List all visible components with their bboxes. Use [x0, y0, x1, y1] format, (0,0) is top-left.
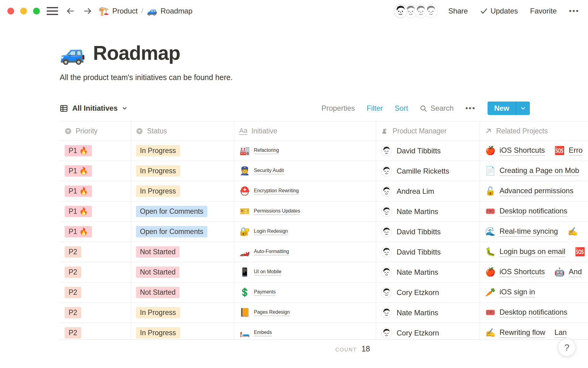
status-cell[interactable]: In Progress: [131, 141, 234, 161]
initiative-cell[interactable]: 🏎️Auto-Formatting: [234, 242, 376, 262]
table-row[interactable]: P1 🔥Open for Comments🎫Permissions Update…: [60, 201, 588, 222]
sidebar-menu-icon[interactable]: [47, 7, 58, 15]
priority-cell[interactable]: P1 🔥: [60, 141, 131, 161]
priority-tag[interactable]: P2: [65, 246, 81, 258]
properties-button[interactable]: Properties: [322, 104, 355, 113]
priority-tag[interactable]: P1 🔥: [65, 186, 92, 197]
page-title[interactable]: Roadmap: [93, 42, 180, 64]
related-page-link[interactable]: iOS Shortcuts: [499, 146, 545, 156]
product-manager-cell[interactable]: Nate Martins: [376, 303, 480, 323]
column-header-product-manager[interactable]: Product Manager: [376, 121, 480, 140]
initiative-page-link[interactable]: Permissions Updates: [254, 208, 300, 215]
column-header-related-projects[interactable]: Related Projects: [480, 121, 588, 140]
table-row[interactable]: P2In Progress📙Pages RedesignNate Martins…: [60, 303, 588, 323]
product-manager-cell[interactable]: Cory Etzkorn: [376, 323, 480, 339]
status-cell[interactable]: Open for Comments: [131, 201, 234, 221]
priority-tag[interactable]: P2: [65, 307, 81, 318]
product-manager-cell[interactable]: David Tibbitts: [376, 141, 480, 161]
status-cell[interactable]: In Progress: [131, 161, 234, 181]
share-button[interactable]: Share: [448, 7, 468, 15]
status-tag[interactable]: In Progress: [136, 145, 180, 156]
related-project-link[interactable]: 🥕iOS sign in: [485, 288, 535, 297]
table-row[interactable]: P1 🔥In Progress🏭RefactoringDavid Tibbitt…: [60, 141, 588, 161]
priority-cell[interactable]: P1 🔥: [60, 201, 131, 221]
status-cell[interactable]: In Progress: [131, 323, 234, 339]
breadcrumb-item-roadmap[interactable]: 🚙 Roadmap: [147, 6, 193, 16]
related-projects-cell[interactable]: 🍎iOS Shortcuts🆘Erro: [480, 141, 588, 161]
table-row[interactable]: P2Not Started🏎️Auto-FormattingDavid Tibb…: [60, 242, 588, 262]
status-cell[interactable]: Not Started: [131, 282, 234, 302]
favorite-button[interactable]: Favorite: [530, 7, 557, 15]
related-page-link[interactable]: Login bugs on email: [499, 247, 565, 257]
view-options-icon[interactable]: •••: [465, 104, 476, 113]
initiative-page-link[interactable]: Encryption Rewriting: [254, 188, 299, 195]
related-projects-cell[interactable]: 📄Creating a Page on Mob: [480, 161, 588, 181]
minimize-window-button[interactable]: [20, 8, 27, 14]
related-page-link[interactable]: Rewriting flow: [499, 328, 545, 338]
initiative-page-link[interactable]: Login Redesign: [254, 228, 288, 235]
page-emoji-icon[interactable]: 🚙: [60, 43, 86, 63]
status-tag[interactable]: In Progress: [136, 307, 180, 318]
related-project-link[interactable]: 🆘Erro: [554, 146, 582, 156]
back-arrow-icon[interactable]: [64, 5, 77, 17]
related-project-link[interactable]: 🤖And: [554, 267, 582, 277]
related-projects-cell[interactable]: 🍎iOS Shortcuts🤖And: [480, 262, 588, 282]
table-row[interactable]: P2Not Started📱UI on MobileNate Martins🍎i…: [60, 262, 588, 282]
related-project-link[interactable]: 🌊Real-time syncing: [485, 227, 558, 237]
related-page-link[interactable]: Lan: [554, 328, 567, 338]
column-header-initiative[interactable]: Aa Initiative: [234, 121, 376, 140]
related-page-link[interactable]: Desktop notifications: [499, 308, 567, 318]
related-projects-cell[interactable]: 🥕iOS sign in: [480, 282, 588, 302]
priority-tag[interactable]: P2: [65, 287, 81, 298]
zoom-window-button[interactable]: [33, 8, 40, 14]
related-projects-cell[interactable]: 🌊Real-time syncing✍️: [480, 222, 588, 242]
priority-tag[interactable]: P1 🔥: [65, 226, 92, 237]
status-tag[interactable]: Open for Comments: [136, 226, 207, 237]
product-manager-cell[interactable]: Nate Martins: [376, 262, 480, 282]
more-options-icon[interactable]: •••: [569, 7, 579, 15]
related-page-link[interactable]: Creating a Page on Mob: [499, 166, 579, 176]
priority-cell[interactable]: P2: [60, 282, 131, 302]
related-project-link[interactable]: 📄Creating a Page on Mob: [485, 166, 579, 176]
related-projects-cell[interactable]: 🐛Login bugs on email🆘: [480, 242, 588, 262]
related-projects-cell[interactable]: 🔓Advanced permissions: [480, 181, 588, 201]
table-row[interactable]: P1 🔥Open for Comments🔐Login RedesignDavi…: [60, 222, 588, 242]
initiative-cell[interactable]: 🏭Refactoring: [234, 141, 376, 161]
row-count[interactable]: COUNT 18: [335, 344, 370, 353]
search-button[interactable]: Search: [420, 104, 454, 113]
related-project-link[interactable]: ✍️: [567, 228, 582, 236]
priority-tag[interactable]: P1 🔥: [65, 206, 92, 217]
close-window-button[interactable]: [7, 8, 14, 14]
status-cell[interactable]: In Progress: [131, 181, 234, 201]
new-button-label[interactable]: New: [488, 102, 516, 115]
column-header-priority[interactable]: Priority: [60, 121, 131, 140]
status-tag[interactable]: Not Started: [136, 287, 179, 298]
breadcrumb-item-product[interactable]: 🏗️ Product: [99, 6, 138, 16]
related-project-link[interactable]: ✍️Rewriting flow: [485, 328, 545, 338]
column-header-status[interactable]: Status: [131, 121, 234, 140]
status-tag[interactable]: In Progress: [136, 327, 180, 339]
initiative-cell[interactable]: 📱UI on Mobile: [234, 262, 376, 282]
page-description[interactable]: All the product team's initiatives can b…: [60, 73, 588, 82]
product-manager-cell[interactable]: Nate Martins: [376, 201, 480, 221]
related-project-link[interactable]: 🍎iOS Shortcuts: [485, 267, 545, 277]
product-manager-cell[interactable]: Cory Etzkorn: [376, 282, 480, 302]
initiative-page-link[interactable]: Refactoring: [254, 148, 279, 154]
new-button[interactable]: New: [488, 102, 530, 115]
initiative-page-link[interactable]: Embeds: [254, 330, 272, 336]
related-project-link[interactable]: 🔓Advanced permissions: [485, 186, 573, 196]
related-project-link[interactable]: 🆘: [575, 248, 588, 256]
status-cell[interactable]: Not Started: [131, 262, 234, 282]
initiative-cell[interactable]: 👮Security Audit: [234, 161, 376, 181]
status-cell[interactable]: Not Started: [131, 242, 234, 262]
avatar-member-4[interactable]: [424, 4, 438, 18]
related-project-link[interactable]: 🎟️Desktop notifications: [485, 207, 567, 217]
priority-cell[interactable]: P1 🔥: [60, 161, 131, 181]
related-project-link[interactable]: Lan: [554, 328, 567, 338]
related-page-link[interactable]: iOS sign in: [499, 288, 535, 297]
status-tag[interactable]: Not Started: [136, 266, 179, 278]
priority-cell[interactable]: P1 🔥: [60, 181, 131, 201]
initiative-cell[interactable]: 🔐Login Redesign: [234, 222, 376, 242]
updates-button[interactable]: Updates: [480, 7, 518, 15]
initiative-page-link[interactable]: Auto-Formatting: [254, 249, 289, 255]
